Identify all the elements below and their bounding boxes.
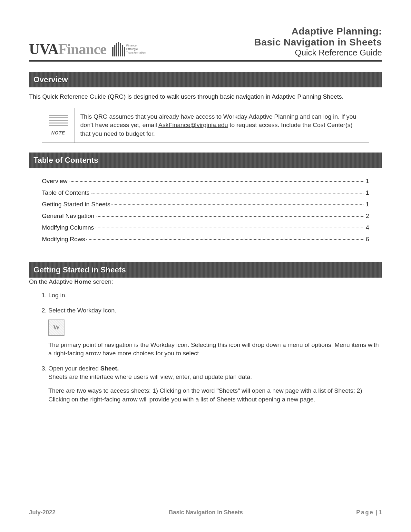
toc-row[interactable]: Overview 1 [42, 178, 369, 185]
footer-date: July-2022 [29, 509, 55, 516]
toc-label: Modifying Columns [42, 224, 94, 231]
toc-page: 1 [366, 178, 369, 185]
note-body: This QRG assumes that you already have a… [74, 108, 369, 143]
note-lines-icon [49, 115, 68, 128]
uva-finance-logo: UVAFinance [29, 41, 106, 58]
note-label: NOTE [51, 130, 65, 135]
header-divider [29, 60, 382, 62]
toc-dots [112, 204, 364, 205]
step-2-body: The primary point of navigation is the W… [48, 341, 382, 358]
step-2: Select the Workday Icon. W The primary p… [48, 306, 382, 358]
toc-page: 1 [366, 201, 369, 208]
getting-started-heading: Getting Started in Sheets [29, 262, 382, 278]
footer-page-num: 1 [379, 509, 382, 516]
toc: Overview 1 Table of Contents 1 Getting S… [29, 178, 382, 243]
toc-dots [86, 239, 364, 240]
workday-icon: W [48, 320, 64, 336]
toc-label: Overview [42, 178, 67, 185]
toc-page: 4 [366, 224, 369, 231]
steps-list: Log in. Select the Workday Icon. W The p… [48, 291, 382, 404]
toc-row[interactable]: General Navigation 2 [42, 212, 369, 220]
step-3-body2: There are two ways to access sheets: 1) … [48, 387, 382, 404]
step-3: Open your desired Sheet. Sheets are the … [48, 364, 382, 404]
overview-body: This Quick Reference Guide (QRG) is desi… [29, 93, 382, 101]
step-2-text: Select the Workday Icon. [48, 307, 116, 314]
toc-row[interactable]: Table of Contents 1 [42, 189, 369, 196]
toc-row[interactable]: Getting Started in Sheets 1 [42, 201, 369, 208]
toc-label: Table of Contents [42, 189, 90, 196]
title-line3: Quick Reference Guide [254, 48, 382, 58]
logo-building-icon: Finance Strategic Transformation [112, 42, 146, 56]
workday-w-glyph: W [53, 322, 60, 332]
step-3-b: Sheet. [101, 365, 119, 372]
header: UVAFinance Finance Strategic Transformat… [29, 26, 382, 58]
note-icon-cell: NOTE [42, 108, 74, 143]
title-line2: Basic Navigation in Sheets [254, 37, 382, 48]
footer-page-sep: | [374, 509, 379, 516]
footer-title: Basic Navigation in Sheets [55, 509, 356, 516]
toc-dots [95, 228, 365, 228]
getting-started-intro: On the Adaptive Home screen: [29, 278, 382, 285]
note-box: NOTE This QRG assumes that you already h… [42, 108, 369, 143]
toc-label: General Navigation [42, 212, 94, 220]
toc-page: 2 [366, 212, 369, 220]
footer: July-2022 Basic Navigation in Sheets Pag… [29, 509, 382, 516]
step-3-a: Open your desired [48, 365, 101, 372]
toc-dots [91, 193, 365, 193]
footer-page: Page | 1 [356, 509, 382, 516]
intro-a: On the Adaptive [29, 278, 74, 285]
toc-row[interactable]: Modifying Columns 4 [42, 224, 369, 231]
title-block: Adaptive Planning: Basic Navigation in S… [254, 26, 382, 58]
toc-page: 1 [366, 189, 369, 196]
title-line1: Adaptive Planning: [254, 26, 382, 37]
bars-icon [112, 42, 125, 56]
logo-prefix: UVA [29, 41, 58, 58]
logo-suffix: Finance [58, 41, 106, 58]
toc-label: Getting Started in Sheets [42, 201, 110, 208]
step-1: Log in. [48, 291, 382, 300]
toc-dots [69, 181, 364, 182]
logo-sub-line2: Strategic [126, 47, 146, 51]
note-email-link[interactable]: AskFinance@virginia.edu [158, 122, 228, 128]
toc-heading: Table of Contents [29, 153, 382, 168]
intro-c: screen: [91, 278, 113, 285]
step-3-body1: Sheets are the interface where users wil… [48, 373, 382, 381]
toc-dots [96, 216, 365, 217]
intro-b: Home [74, 278, 92, 285]
overview-heading: Overview [29, 72, 382, 87]
logo-sub-text: Finance Strategic Transformation [126, 44, 146, 54]
toc-page: 6 [366, 236, 369, 243]
step-1-text: Log in. [48, 292, 67, 299]
logo-sub-line1: Finance [126, 44, 146, 47]
footer-page-label: Page [356, 509, 374, 516]
toc-row[interactable]: Modifying Rows 6 [42, 236, 369, 243]
logo-block: UVAFinance Finance Strategic Transformat… [29, 41, 146, 58]
logo-sub-line3: Transformation [126, 51, 146, 54]
toc-label: Modifying Rows [42, 236, 85, 243]
